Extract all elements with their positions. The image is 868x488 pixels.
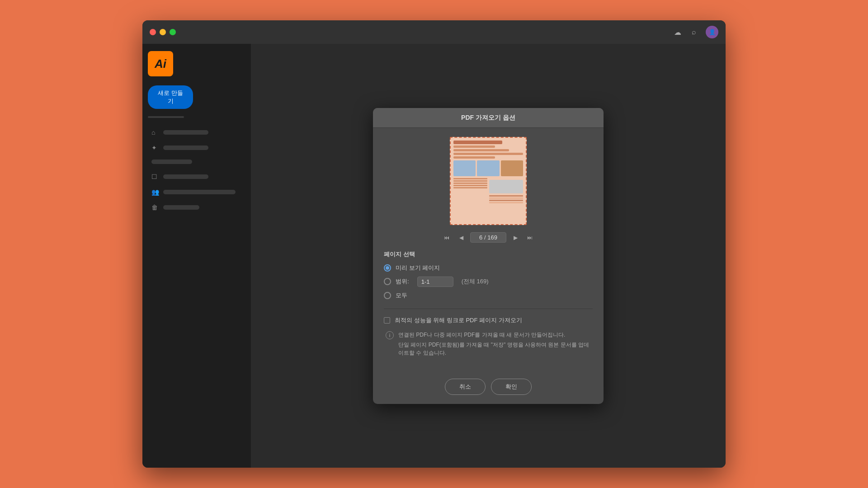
close-button[interactable]: [150, 29, 156, 35]
pdf-preview: [450, 137, 527, 225]
pdf-line-3: [453, 153, 523, 155]
dialog-body: ⏮ ◀ 6 / 169 ▶ ⏭ 페이지 선택: [373, 128, 604, 373]
radio-range-circle: [384, 278, 391, 285]
radio-all[interactable]: 모두: [384, 291, 593, 300]
sidebar-item-learn-label: [163, 145, 208, 150]
nav-prev-button[interactable]: ◀: [456, 232, 467, 243]
pdf-col-right: [489, 178, 523, 204]
maximize-button[interactable]: [170, 29, 176, 35]
dialog-buttons: 취소 확인: [373, 373, 604, 404]
radio-group: 미리 보기 페이지 범위: 1-1 (전체 169): [384, 264, 593, 300]
pdf-images-row: [453, 160, 523, 176]
pdf-stripe-block: [489, 195, 523, 203]
nav-last-button[interactable]: ⏭: [524, 232, 535, 243]
trash-icon: 🗑: [151, 204, 159, 211]
radio-all-circle: [384, 292, 391, 299]
section-divider: [384, 309, 593, 309]
main-content: PDF 가져오기 옵션: [251, 44, 726, 468]
sidebar-item-files[interactable]: ☐: [148, 169, 245, 184]
info-section: i 연결된 PDF나 다중 페이지 PDF를 가져올 때 새 문서가 만들어집니…: [384, 331, 593, 357]
file-icon: ☐: [151, 173, 159, 180]
sidebar-item-deleted-label: [163, 205, 199, 210]
app-body: Ai 새로 만들기 ⌂ ✦ ☐ 👥 🗑: [142, 44, 726, 468]
sidebar-item-deleted[interactable]: 🗑: [148, 200, 245, 215]
sidebar-divider: [148, 116, 184, 118]
pdf-col-line-4: [453, 185, 487, 186]
pdf-line-1: [453, 145, 495, 148]
radio-preview-label: 미리 보기 페이지: [396, 264, 440, 272]
pdf-col-line-1: [453, 178, 487, 179]
sidebar: Ai 새로 만들기 ⌂ ✦ ☐ 👥 🗑: [142, 44, 251, 468]
pdf-line-2: [453, 149, 509, 151]
dialog-titlebar: PDF 가져오기 옵션: [373, 108, 604, 128]
modal-overlay: PDF 가져오기 옵션: [251, 44, 726, 468]
minimize-button[interactable]: [160, 29, 166, 35]
radio-all-label: 모두: [396, 291, 407, 300]
info-icon: i: [386, 331, 394, 339]
info-text-1: 연결된 PDF나 다중 페이지 PDF를 가져올 때 새 문서가 만들어집니다.: [398, 331, 593, 339]
search-icon[interactable]: ⌕: [689, 28, 698, 37]
pdf-col-left: [453, 178, 487, 204]
link-pdf-checkbox-item[interactable]: 최적의 성능을 위해 링크로 PDF 페이지 가져오기: [384, 316, 593, 324]
pdf-title-line: [453, 141, 502, 144]
dialog-title: PDF 가져오기 옵션: [461, 114, 515, 121]
pdf-img-waterfall: [477, 160, 499, 176]
pdf-columns: [453, 178, 523, 204]
pdf-preview-inner: [451, 138, 526, 224]
sidebar-item-home-label: [163, 130, 208, 135]
app-window: ☁ ⌕ 👤 Ai 새로 만들기 ⌂ ✦ ☐ 👥: [142, 20, 726, 468]
info-text-block: 연결된 PDF나 다중 페이지 PDF를 가져올 때 새 문서가 만들어집니다.…: [398, 331, 593, 357]
pdf-line-4: [453, 156, 495, 159]
pdf-import-dialog: PDF 가져오기 옵션: [373, 108, 604, 404]
sidebar-section-label: [151, 160, 192, 164]
pdf-stripe-4: [489, 202, 523, 203]
pdf-img-lion: [501, 160, 523, 176]
ai-logo: Ai: [148, 51, 173, 76]
new-file-button[interactable]: 새로 만들기: [148, 85, 193, 109]
sidebar-item-shared-label: [163, 190, 236, 194]
pdf-img-butterfly: [453, 160, 476, 176]
page-number-input[interactable]: 6 / 169: [470, 232, 506, 243]
radio-range-label: 범위:: [396, 277, 409, 286]
pdf-col-line-3: [453, 183, 487, 184]
sidebar-item-learn[interactable]: ✦: [148, 141, 245, 155]
link-pdf-label: 최적의 성능을 위해 링크로 PDF 페이지 가져오기: [395, 316, 522, 324]
info-text-2: 단일 페이지 PDF(포함됨)를 가져올 때 "저장" 명령을 사용하여 원본 …: [398, 341, 593, 357]
range-total-label: (전체 169): [462, 277, 489, 286]
pdf-col-line-5: [453, 187, 487, 188]
pdf-preview-container: [384, 137, 593, 225]
sidebar-item-files-label: [163, 174, 208, 179]
radio-range[interactable]: 범위: 1-1 (전체 169): [384, 277, 593, 287]
link-pdf-checkbox[interactable]: [384, 317, 390, 324]
user-avatar[interactable]: 👤: [706, 26, 718, 38]
home-icon: ⌂: [151, 129, 159, 136]
radio-preview-page[interactable]: 미리 보기 페이지: [384, 264, 593, 272]
sidebar-item-home[interactable]: ⌂: [148, 125, 245, 140]
range-input[interactable]: 1-1: [417, 277, 453, 287]
confirm-button[interactable]: 확인: [491, 379, 532, 395]
nav-first-button[interactable]: ⏮: [441, 232, 452, 243]
pdf-navigation: ⏮ ◀ 6 / 169 ▶ ⏭: [384, 232, 593, 243]
cloud-icon[interactable]: ☁: [673, 28, 682, 37]
title-bar-right: ☁ ⌕ 👤: [673, 26, 718, 38]
traffic-lights: [150, 29, 176, 35]
nav-next-button[interactable]: ▶: [510, 232, 521, 243]
cancel-button[interactable]: 취소: [445, 379, 486, 395]
shared-icon: 👥: [151, 188, 159, 196]
page-selection-title: 페이지 선택: [384, 250, 593, 258]
learn-icon: ✦: [151, 144, 159, 151]
sidebar-item-shared[interactable]: 👥: [148, 185, 245, 199]
pdf-col-line-2: [453, 180, 487, 182]
pdf-stripe-2: [489, 197, 523, 199]
title-bar: ☁ ⌕ 👤: [142, 20, 726, 44]
pdf-bottom-img: [489, 180, 523, 193]
pdf-stripe-1: [489, 195, 523, 197]
pdf-stripe-3: [489, 200, 523, 201]
radio-preview-circle: [384, 264, 391, 272]
